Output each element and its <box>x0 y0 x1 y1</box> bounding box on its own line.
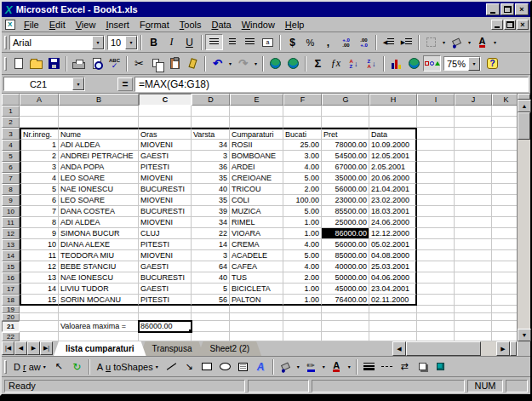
cell-K11[interactable] <box>492 217 517 228</box>
cell-E13[interactable]: CREMA <box>230 239 283 250</box>
cell-J8[interactable] <box>455 184 492 195</box>
zoom-select[interactable]: 75% ▾ <box>443 56 481 71</box>
cell-J1[interactable] <box>455 106 492 117</box>
font-color-button[interactable]: A <box>473 34 491 50</box>
cell-D13[interactable]: 14 <box>192 239 230 250</box>
cell-D16[interactable]: 40 <box>192 272 230 284</box>
cell-J18[interactable] <box>455 295 492 306</box>
cell-H14[interactable]: 04.08.2000 <box>369 250 417 261</box>
align-center-button[interactable] <box>223 34 241 50</box>
cell-H17[interactable]: 23.04.2001 <box>369 284 417 295</box>
web-toolbar-button[interactable] <box>284 55 302 72</box>
cell-H4[interactable]: 10.09.2000 <box>369 140 417 151</box>
cell-J7[interactable] <box>455 173 492 184</box>
cell-K10[interactable] <box>492 206 517 217</box>
minimize-button[interactable] <box>486 3 500 15</box>
font-name-select[interactable]: Arial ▾ <box>9 35 105 50</box>
underline-button[interactable]: U <box>180 34 198 50</box>
cell-B19[interactable] <box>59 306 139 313</box>
row-header-6[interactable]: 6 <box>2 162 20 173</box>
column-header-D[interactable]: D <box>192 94 230 106</box>
cell-I11[interactable] <box>417 217 455 228</box>
cell-K7[interactable] <box>492 173 517 184</box>
threed-button[interactable] <box>432 358 449 375</box>
shadow-button[interactable] <box>414 358 432 375</box>
cell-F21[interactable] <box>283 321 322 332</box>
cell-I10[interactable] <box>417 206 455 217</box>
next-sheet-button[interactable]: ▶ <box>27 341 40 355</box>
cell-C6[interactable]: PITESTI <box>139 162 192 173</box>
cell-B15[interactable]: BEBE STANCIU <box>59 261 139 272</box>
align-left-button[interactable] <box>205 34 223 50</box>
row-header-15[interactable]: 15 <box>2 261 20 272</box>
oval-tool-button[interactable] <box>216 358 234 375</box>
decrease-indent-button[interactable]: ◀ <box>380 34 398 50</box>
cell-J6[interactable] <box>455 162 492 173</box>
cell-J3[interactable] <box>455 128 492 140</box>
cell-B9[interactable]: LEO SOARE <box>59 195 139 206</box>
cell-F10[interactable]: 5.00 <box>283 206 322 217</box>
cell-H11[interactable]: 24.06.2000 <box>369 217 417 228</box>
cell-A19[interactable] <box>20 306 59 313</box>
cell-H2[interactable] <box>369 117 417 128</box>
cell-C1[interactable] <box>139 106 192 117</box>
bold-button[interactable]: B <box>145 34 163 50</box>
cell-E3[interactable]: Cumparaturi <box>230 128 283 140</box>
row-header-13[interactable]: 13 <box>2 239 20 250</box>
cell-D1[interactable] <box>192 106 230 117</box>
cell-D15[interactable]: 64 <box>192 261 230 272</box>
cell-C16[interactable]: BUCURESTI <box>139 272 192 284</box>
arrow-tool-button[interactable]: ↘ <box>180 358 198 375</box>
merge-center-button[interactable]: a <box>259 34 277 50</box>
help-button[interactable]: ? <box>483 55 501 72</box>
cell-C2[interactable] <box>139 117 192 128</box>
column-header-A[interactable]: A <box>20 94 59 106</box>
map-button[interactable] <box>405 55 423 72</box>
cell-C17[interactable]: GAESTI <box>139 284 192 295</box>
fill-color-button[interactable] <box>448 34 466 50</box>
restore-button[interactable] <box>501 3 514 15</box>
cell-F17[interactable]: 1.00 <box>283 284 322 295</box>
last-sheet-button[interactable]: ▶| <box>40 341 53 355</box>
cut-button[interactable]: ✂ <box>130 55 148 72</box>
cell-I15[interactable] <box>417 261 455 272</box>
chevron-down-icon[interactable]: ▾ <box>468 57 480 71</box>
cell-C7[interactable]: MIOVENI <box>139 173 192 184</box>
cell-J14[interactable] <box>455 250 492 261</box>
cell-H9[interactable]: 23.02.2000 <box>369 195 417 206</box>
comma-button[interactable]: , <box>319 34 337 50</box>
doc-close-button[interactable]: × <box>517 20 529 30</box>
cell-D14[interactable]: 3 <box>192 250 230 261</box>
spelling-button[interactable]: ABC✓ <box>106 55 123 72</box>
paste-function-button[interactable]: ƒx <box>327 55 345 72</box>
cell-A11[interactable]: 8 <box>20 217 59 228</box>
row-header-5[interactable]: 5 <box>2 151 20 162</box>
column-header-F[interactable]: F <box>283 94 322 106</box>
undo-dropdown[interactable]: ▾ <box>226 55 234 72</box>
cell-F22[interactable] <box>283 332 322 341</box>
cell-F7[interactable]: 5.00 <box>283 173 322 184</box>
percent-button[interactable]: % <box>301 34 319 50</box>
cell-F9[interactable]: 100.00 <box>283 195 322 206</box>
select-all-corner[interactable] <box>2 94 20 106</box>
cell-A12[interactable]: 9 <box>20 228 59 239</box>
cell-A6[interactable]: 3 <box>20 162 59 173</box>
font-color-button[interactable]: A <box>328 358 346 375</box>
cell-K12[interactable] <box>492 228 517 239</box>
cell-E12[interactable]: VIOARA <box>230 228 283 239</box>
cell-G2[interactable] <box>322 117 369 128</box>
print-button[interactable] <box>70 55 88 72</box>
cell-B4[interactable]: ADI ALDEA <box>59 140 139 151</box>
cell-I17[interactable] <box>417 284 455 295</box>
scroll-down-button[interactable]: ▼ <box>518 329 531 341</box>
cell-B21[interactable]: Valoarea maxima = <box>59 321 139 332</box>
open-button[interactable] <box>27 55 45 72</box>
cell-K19[interactable] <box>492 306 517 313</box>
cell-J21[interactable] <box>455 321 492 332</box>
cell-H13[interactable]: 05.02.2001 <box>369 239 417 250</box>
sheet-tab-transpusa[interactable]: Transpusa <box>140 341 204 356</box>
wordart-button[interactable]: A <box>252 358 270 375</box>
cell-D7[interactable]: 35 <box>192 173 230 184</box>
cell-J13[interactable] <box>455 239 492 250</box>
cell-A9[interactable]: 6 <box>20 195 59 206</box>
